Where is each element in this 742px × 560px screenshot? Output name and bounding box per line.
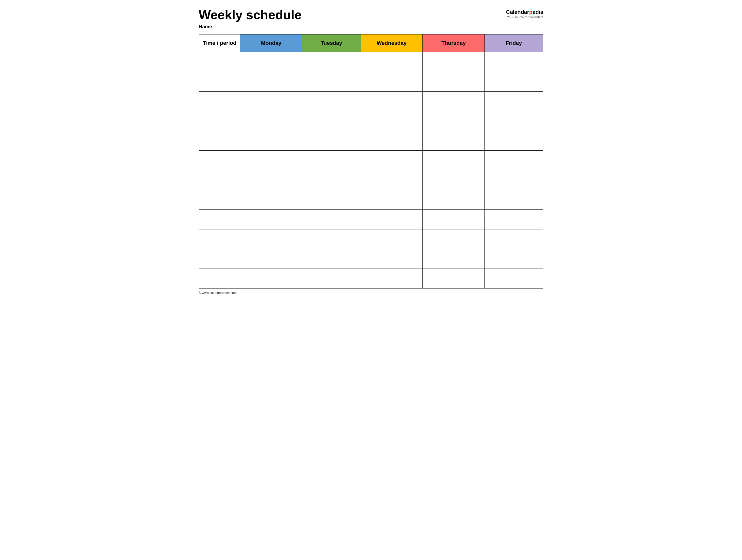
logo-brand-start: Calendar	[506, 9, 529, 15]
table-cell[interactable]	[361, 170, 423, 190]
table-cell[interactable]	[240, 91, 302, 111]
col-header-tuesday: Tuesday	[302, 34, 361, 52]
logo-area: Calendarpedia Your source for calendars	[506, 8, 543, 19]
table-cell[interactable]	[240, 72, 302, 91]
table-cell[interactable]	[484, 210, 543, 229]
schedule-table: Time / period Monday Tuesday Wednesday T…	[199, 34, 543, 288]
page-wrapper: Weekly schedule Calendarpedia Your sourc…	[199, 8, 543, 295]
table-cell[interactable]	[484, 91, 543, 111]
table-cell[interactable]	[199, 190, 240, 210]
table-cell[interactable]	[361, 249, 423, 269]
table-cell[interactable]	[199, 170, 240, 190]
copyright-text: © www.calendarpedia.com	[199, 291, 236, 295]
table-cell[interactable]	[302, 52, 361, 72]
table-cell[interactable]	[423, 249, 485, 269]
col-header-monday: Monday	[240, 34, 302, 52]
table-cell[interactable]	[484, 52, 543, 72]
table-cell[interactable]	[199, 229, 240, 249]
table-cell[interactable]	[361, 190, 423, 210]
table-cell[interactable]	[484, 269, 543, 288]
table-cell[interactable]	[302, 190, 361, 210]
table-cell[interactable]	[484, 249, 543, 269]
table-cell[interactable]	[199, 210, 240, 229]
page-title: Weekly schedule	[199, 8, 302, 22]
table-row	[199, 111, 543, 131]
table-cell[interactable]	[302, 170, 361, 190]
footer: © www.calendarpedia.com	[199, 291, 543, 295]
table-cell[interactable]	[199, 269, 240, 288]
table-cell[interactable]	[361, 210, 423, 229]
table-cell[interactable]	[361, 111, 423, 131]
table-cell[interactable]	[361, 151, 423, 170]
table-cell[interactable]	[484, 190, 543, 210]
table-cell[interactable]	[361, 131, 423, 151]
table-row	[199, 72, 543, 91]
table-cell[interactable]	[199, 91, 240, 111]
table-cell[interactable]	[199, 131, 240, 151]
table-row	[199, 249, 543, 269]
table-cell[interactable]	[240, 249, 302, 269]
table-cell[interactable]	[240, 131, 302, 151]
table-cell[interactable]	[361, 269, 423, 288]
table-cell[interactable]	[199, 52, 240, 72]
table-cell[interactable]	[484, 131, 543, 151]
table-cell[interactable]	[423, 190, 485, 210]
table-cell[interactable]	[240, 229, 302, 249]
table-cell[interactable]	[423, 91, 485, 111]
table-cell[interactable]	[423, 210, 485, 229]
table-cell[interactable]	[302, 131, 361, 151]
logo-text: Calendarpedia	[506, 9, 543, 15]
table-cell[interactable]	[361, 91, 423, 111]
logo-brand-end: edia	[532, 9, 543, 15]
table-row	[199, 269, 543, 288]
table-cell[interactable]	[423, 151, 485, 170]
table-cell[interactable]	[423, 229, 485, 249]
table-cell[interactable]	[199, 72, 240, 91]
table-cell[interactable]	[240, 52, 302, 72]
table-cell[interactable]	[484, 229, 543, 249]
table-cell[interactable]	[302, 269, 361, 288]
table-cell[interactable]	[240, 111, 302, 131]
table-cell[interactable]	[302, 151, 361, 170]
table-cell[interactable]	[423, 52, 485, 72]
table-cell[interactable]	[199, 151, 240, 170]
table-cell[interactable]	[484, 111, 543, 131]
table-cell[interactable]	[361, 229, 423, 249]
table-header-row: Time / period Monday Tuesday Wednesday T…	[199, 34, 543, 52]
logo-tagline: Your source for calendars	[507, 15, 543, 19]
table-cell[interactable]	[240, 269, 302, 288]
table-row	[199, 91, 543, 111]
table-cell[interactable]	[302, 111, 361, 131]
table-cell[interactable]	[199, 249, 240, 269]
col-header-wednesday: Wednesday	[361, 34, 423, 52]
table-cell[interactable]	[484, 170, 543, 190]
table-cell[interactable]	[240, 190, 302, 210]
table-row	[199, 210, 543, 229]
table-row	[199, 131, 543, 151]
table-cell[interactable]	[423, 170, 485, 190]
table-cell[interactable]	[302, 249, 361, 269]
header-row: Weekly schedule Calendarpedia Your sourc…	[199, 8, 543, 22]
table-cell[interactable]	[302, 91, 361, 111]
table-cell[interactable]	[423, 111, 485, 131]
table-cell[interactable]	[240, 210, 302, 229]
col-header-time: Time / period	[199, 34, 240, 52]
name-row: Name:	[199, 24, 543, 30]
table-cell[interactable]	[199, 111, 240, 131]
schedule-body	[199, 52, 543, 288]
table-cell[interactable]	[484, 72, 543, 91]
table-cell[interactable]	[361, 72, 423, 91]
table-cell[interactable]	[302, 210, 361, 229]
table-cell[interactable]	[484, 151, 543, 170]
logo-brand-red: p	[529, 9, 532, 15]
table-cell[interactable]	[240, 151, 302, 170]
table-cell[interactable]	[423, 72, 485, 91]
table-cell[interactable]	[423, 131, 485, 151]
table-row	[199, 229, 543, 249]
table-cell[interactable]	[302, 229, 361, 249]
table-cell[interactable]	[302, 72, 361, 91]
table-cell[interactable]	[423, 269, 485, 288]
table-cell[interactable]	[361, 52, 423, 72]
col-header-friday: Friday	[484, 34, 543, 52]
table-cell[interactable]	[240, 170, 302, 190]
